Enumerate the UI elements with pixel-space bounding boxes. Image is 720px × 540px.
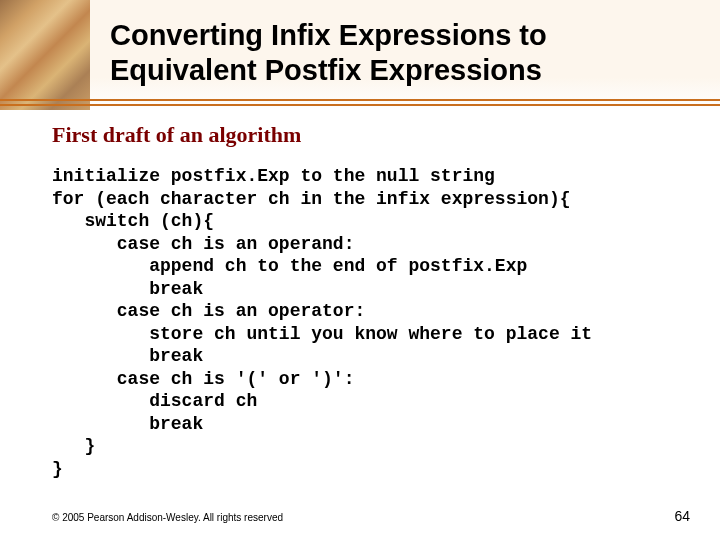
header-rule-top [0, 99, 720, 101]
title-line-2: Equivalent Postfix Expressions [110, 53, 547, 88]
header-decorative-image [0, 0, 90, 110]
algorithm-code: initialize postfix.Exp to the null strin… [52, 165, 592, 480]
slide-title: Converting Infix Expressions to Equivale… [110, 18, 547, 88]
footer: © 2005 Pearson Addison-Wesley. All right… [52, 508, 690, 524]
title-line-1: Converting Infix Expressions to [110, 18, 547, 53]
page-number: 64 [674, 508, 690, 524]
copyright-text: © 2005 Pearson Addison-Wesley. All right… [52, 512, 283, 523]
header-rule-bottom [0, 104, 720, 106]
slide-subtitle: First draft of an algorithm [52, 122, 301, 148]
